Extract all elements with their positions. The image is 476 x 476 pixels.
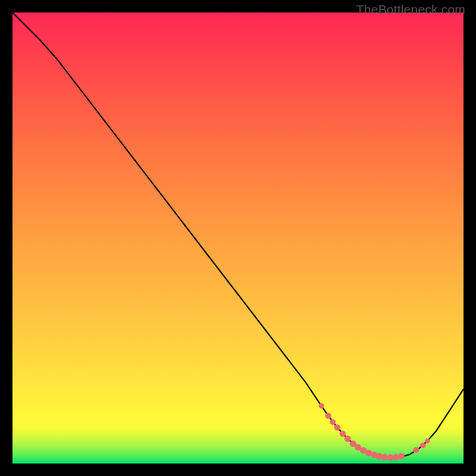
chart-plot-area bbox=[12, 12, 464, 464]
chart-overlay bbox=[12, 12, 464, 464]
marker-point bbox=[340, 431, 346, 437]
marker-point bbox=[425, 439, 430, 443]
marker-point bbox=[398, 453, 405, 459]
marker-point bbox=[381, 454, 388, 461]
marker-point bbox=[420, 443, 425, 448]
marker-point bbox=[345, 436, 351, 442]
marker-point bbox=[325, 413, 331, 419]
bottleneck-curve bbox=[12, 12, 464, 458]
watermark-text: TheBottleneck.com bbox=[356, 2, 465, 17]
marker-point bbox=[330, 419, 336, 425]
marker-point bbox=[413, 447, 419, 453]
marker-point bbox=[334, 424, 340, 430]
marker-point bbox=[319, 403, 324, 408]
